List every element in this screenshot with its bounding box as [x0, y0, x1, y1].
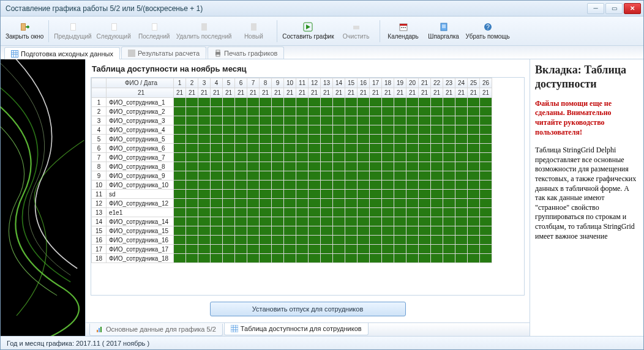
employee-name-cell[interactable]: ФИО_сотрудника_6 — [107, 144, 174, 153]
availability-cell[interactable] — [235, 226, 247, 236]
availability-cell[interactable] — [235, 208, 247, 217]
maximize-button[interactable]: ▭ — [605, 3, 623, 14]
availability-cell[interactable] — [296, 181, 309, 190]
availability-cell[interactable] — [272, 190, 284, 199]
availability-cell[interactable] — [345, 171, 358, 181]
availability-cell[interactable] — [382, 208, 394, 217]
table-row[interactable]: 17ФИО_сотрудника_17 — [92, 245, 492, 254]
availability-cell[interactable] — [468, 171, 480, 181]
availability-cell[interactable] — [174, 217, 186, 226]
table-row[interactable]: 13e1e1 — [92, 208, 492, 217]
availability-cell[interactable] — [345, 236, 358, 245]
availability-cell[interactable] — [198, 226, 211, 236]
availability-cell[interactable] — [419, 125, 431, 135]
tab-print[interactable]: Печать графиков — [208, 47, 284, 59]
availability-cell[interactable] — [309, 199, 321, 208]
availability-cell[interactable] — [247, 254, 260, 263]
employee-name-cell[interactable]: ФИО_сотрудника_18 — [107, 254, 174, 263]
table-row[interactable]: 10ФИО_сотрудника_10 — [92, 181, 492, 190]
toolbar-delete-last[interactable]: Удалить последний — [176, 18, 232, 45]
availability-cell[interactable] — [455, 208, 468, 217]
availability-cell[interactable] — [272, 116, 284, 125]
availability-cell[interactable] — [211, 199, 223, 208]
availability-cell[interactable] — [455, 181, 468, 190]
column-header-day[interactable]: 15 — [345, 78, 358, 88]
availability-cell[interactable] — [174, 226, 186, 236]
availability-cell[interactable] — [406, 254, 419, 263]
availability-cell[interactable] — [211, 181, 223, 190]
availability-cell[interactable] — [296, 98, 309, 107]
availability-cell[interactable] — [223, 199, 235, 208]
availability-cell[interactable] — [211, 162, 223, 171]
employee-name-cell[interactable]: ФИО_сотрудника_8 — [107, 162, 174, 171]
availability-cell[interactable] — [223, 162, 235, 171]
availability-cell[interactable] — [235, 98, 247, 107]
availability-cell[interactable] — [406, 190, 419, 199]
availability-cell[interactable] — [443, 171, 455, 181]
availability-cell[interactable] — [309, 226, 321, 236]
availability-cell[interactable] — [394, 190, 406, 199]
availability-cell[interactable] — [223, 116, 235, 125]
availability-cell[interactable] — [174, 199, 186, 208]
availability-cell[interactable] — [174, 236, 186, 245]
availability-cell[interactable] — [235, 254, 247, 263]
availability-cell[interactable] — [284, 98, 296, 107]
availability-cell[interactable] — [260, 190, 272, 199]
availability-cell[interactable] — [174, 254, 186, 263]
availability-cell[interactable] — [296, 153, 309, 162]
availability-cell[interactable] — [345, 181, 358, 190]
availability-cell[interactable] — [419, 135, 431, 144]
availability-cell[interactable] — [186, 245, 198, 254]
availability-cell[interactable] — [431, 98, 443, 107]
availability-cell[interactable] — [443, 217, 455, 226]
table-row[interactable]: 6ФИО_сотрудника_6 — [92, 144, 492, 153]
availability-cell[interactable] — [186, 98, 198, 107]
table-row[interactable]: 16ФИО_сотрудника_16 — [92, 236, 492, 245]
availability-cell[interactable] — [345, 217, 358, 226]
availability-cell[interactable] — [321, 135, 333, 144]
table-row[interactable]: 3ФИО_сотрудника_3 — [92, 116, 492, 125]
column-header-day[interactable]: 13 — [321, 78, 333, 88]
availability-cell[interactable] — [223, 171, 235, 181]
availability-cell[interactable] — [468, 190, 480, 199]
availability-cell[interactable] — [296, 171, 309, 181]
availability-cell[interactable] — [443, 98, 455, 107]
availability-cell[interactable] — [272, 171, 284, 181]
table-row[interactable]: 7ФИО_сотрудника_7 — [92, 153, 492, 162]
column-header-day[interactable]: 12 — [309, 78, 321, 88]
availability-cell[interactable] — [480, 181, 492, 190]
availability-cell[interactable] — [419, 226, 431, 236]
availability-cell[interactable] — [370, 236, 382, 245]
availability-cell[interactable] — [235, 245, 247, 254]
availability-cell[interactable] — [223, 226, 235, 236]
availability-cell[interactable] — [394, 153, 406, 162]
availability-cell[interactable] — [406, 98, 419, 107]
availability-cell[interactable] — [309, 98, 321, 107]
availability-cell[interactable] — [480, 98, 492, 107]
availability-cell[interactable] — [296, 254, 309, 263]
availability-cell[interactable] — [431, 135, 443, 144]
availability-cell[interactable] — [321, 125, 333, 135]
availability-cell[interactable] — [174, 245, 186, 254]
availability-cell[interactable] — [370, 208, 382, 217]
availability-cell[interactable] — [406, 125, 419, 135]
availability-cell[interactable] — [223, 190, 235, 199]
column-header-day[interactable]: 25 — [468, 78, 480, 88]
availability-cell[interactable] — [260, 125, 272, 135]
availability-grid[interactable]: ФИО / Дата123456789101112131415161718192… — [91, 77, 525, 296]
availability-cell[interactable] — [309, 181, 321, 190]
availability-cell[interactable] — [382, 171, 394, 181]
availability-cell[interactable] — [370, 171, 382, 181]
availability-cell[interactable] — [272, 208, 284, 217]
availability-cell[interactable] — [284, 208, 296, 217]
availability-cell[interactable] — [382, 162, 394, 171]
toolbar-calendar[interactable]: Календарь — [385, 18, 422, 45]
column-header-day[interactable]: 11 — [296, 78, 309, 88]
availability-cell[interactable] — [235, 116, 247, 125]
availability-cell[interactable] — [272, 236, 284, 245]
table-row[interactable]: 14ФИО_сотрудника_14 — [92, 217, 492, 226]
availability-cell[interactable] — [443, 116, 455, 125]
toolbar-cheatsheet[interactable]: Шпаргалка — [425, 18, 462, 45]
availability-cell[interactable] — [321, 162, 333, 171]
availability-cell[interactable] — [186, 236, 198, 245]
